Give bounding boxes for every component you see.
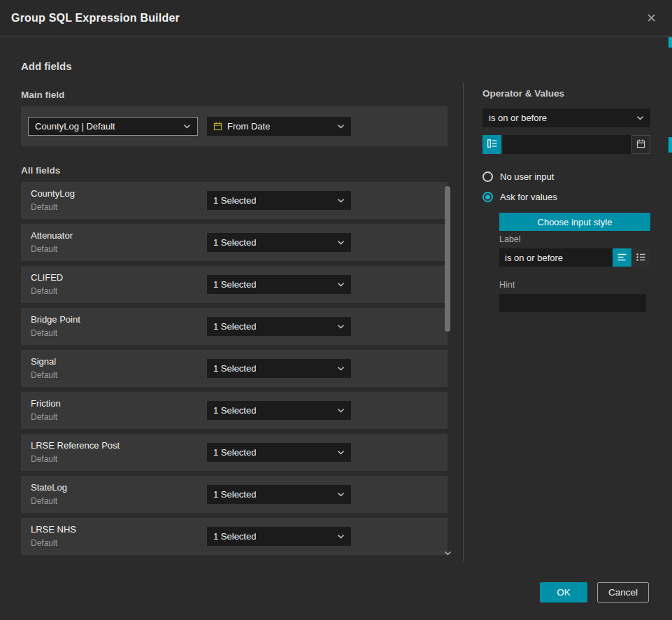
field-values-select[interactable]: 1 Selected (207, 359, 351, 378)
chevron-down-icon (337, 240, 345, 245)
field-name: Bridge Point (31, 314, 80, 325)
main-field-panel: CountyLog | Default From Date (21, 106, 448, 146)
list-input-style-button[interactable] (631, 248, 650, 267)
scrollbar-thumb[interactable] (445, 186, 450, 332)
field-values-select[interactable]: 1 Selected (207, 233, 351, 252)
field-source: Default (31, 244, 73, 254)
text-input-style-button[interactable] (613, 248, 631, 267)
label-input[interactable] (499, 248, 613, 267)
dialog-title: Group SQL Expression Builder (11, 12, 180, 24)
main-field-heading: Main field (21, 90, 64, 100)
field-values-select[interactable]: 1 Selected (207, 401, 351, 420)
field-values-select[interactable]: 1 Selected (207, 191, 351, 210)
field-row-attenuator: Attenuator Default 1 Selected (21, 224, 448, 261)
date-value-input[interactable] (503, 135, 631, 154)
chevron-down-icon (337, 324, 345, 329)
chevron-down-icon (337, 450, 345, 455)
choose-input-style-button[interactable]: Choose input style (499, 213, 650, 231)
field-row-friction: Friction Default 1 Selected (21, 392, 448, 429)
field-values-select-value: 1 Selected (213, 237, 256, 248)
date-field-calendar-icon (213, 122, 222, 131)
field-name: Signal (31, 356, 57, 367)
field-name: StateLog (31, 482, 67, 493)
operator-select[interactable]: is on or before (482, 108, 650, 127)
dialog-header: Group SQL Expression Builder ✕ (0, 0, 672, 36)
ask-for-values-option[interactable]: Ask for values (482, 192, 557, 202)
all-fields-heading: All fields (21, 165, 60, 176)
chevron-down-icon (636, 115, 644, 120)
field-row-lrse-reference-post: LRSE Reference Post Default 1 Selected (21, 434, 448, 471)
field-values-select-value: 1 Selected (213, 195, 256, 206)
chevron-down-icon (337, 366, 345, 371)
no-user-input-label: No user input (500, 171, 554, 182)
hint-input[interactable] (499, 294, 646, 312)
hint-caption: Hint (499, 280, 515, 290)
field-row-countylog: CountyLog Default 1 Selected (21, 182, 448, 219)
calendar-icon (636, 139, 645, 150)
field-name: CountyLog (31, 188, 75, 199)
field-source: Default (31, 286, 63, 296)
field-source: Default (31, 328, 80, 338)
field-values-select-value: 1 Selected (213, 405, 256, 416)
chevron-down-icon (337, 408, 345, 413)
field-values-select-value: 1 Selected (213, 489, 256, 500)
field-name: LRSE Reference Post (31, 440, 120, 451)
operator-values-heading: Operator & Values (482, 88, 564, 99)
field-values-select[interactable]: 1 Selected (207, 485, 351, 504)
field-source: Default (31, 412, 61, 422)
date-field-select[interactable]: From Date (207, 117, 351, 136)
field-values-select-value: 1 Selected (213, 363, 256, 374)
close-button[interactable]: ✕ (642, 9, 661, 27)
chevron-down-icon (337, 534, 345, 539)
edge-accent (669, 137, 672, 153)
field-source: Default (31, 496, 67, 506)
field-name: Friction (31, 398, 61, 409)
field-row-lrse-nhs: LRSE NHS Default 1 Selected (21, 518, 448, 555)
scroll-down-icon[interactable] (443, 549, 452, 557)
radio-on-icon (482, 192, 493, 202)
relative-date-button[interactable] (482, 135, 501, 154)
text-input-style-icon (617, 253, 627, 263)
chevron-down-icon (337, 124, 345, 129)
no-user-input-option[interactable]: No user input (482, 171, 554, 182)
operator-select-value: is on or before (489, 113, 547, 123)
chevron-down-icon (337, 198, 345, 203)
relative-date-icon (487, 139, 497, 150)
label-caption: Label (499, 234, 521, 244)
close-icon: ✕ (646, 11, 657, 25)
calendar-picker-button[interactable] (631, 135, 650, 154)
field-values-select[interactable]: 1 Selected (207, 317, 351, 336)
date-field-select-value: From Date (227, 121, 270, 132)
all-fields-list: CountyLog Default 1 Selected Attenuator … (21, 182, 448, 560)
field-row-clifed: CLIFED Default 1 Selected (21, 266, 448, 303)
edge-accent (669, 37, 672, 48)
field-name: Attenuator (31, 230, 73, 241)
field-source: Default (31, 538, 76, 548)
field-row-bridge-point: Bridge Point Default 1 Selected (21, 308, 448, 345)
list-input-style-icon (636, 253, 645, 263)
field-source: Default (31, 454, 120, 464)
field-row-signal: Signal Default 1 Selected (21, 350, 448, 387)
field-name: LRSE NHS (31, 524, 76, 535)
ok-button[interactable]: OK (540, 582, 587, 603)
field-values-select[interactable]: 1 Selected (207, 527, 351, 546)
field-values-select[interactable]: 1 Selected (207, 443, 351, 462)
field-values-select[interactable]: 1 Selected (207, 275, 351, 294)
layer-select-value: CountyLog | Default (35, 121, 115, 132)
chevron-down-icon (183, 124, 191, 129)
add-fields-heading: Add fields (21, 60, 72, 72)
field-source: Default (31, 370, 57, 380)
ask-for-values-label: Ask for values (500, 192, 557, 202)
cancel-button[interactable]: Cancel (597, 582, 649, 603)
chevron-down-icon (337, 282, 345, 287)
radio-off-icon (482, 171, 493, 182)
field-values-select-value: 1 Selected (213, 279, 256, 290)
field-row-statelog: StateLog Default 1 Selected (21, 476, 448, 513)
chevron-down-icon (337, 492, 345, 497)
field-values-select-value: 1 Selected (213, 447, 256, 458)
field-source: Default (31, 202, 75, 212)
group-sql-expression-builder-dialog: Group SQL Expression Builder ✕ Add field… (0, 0, 672, 620)
date-value-field (503, 135, 650, 154)
layer-select[interactable]: CountyLog | Default (28, 117, 198, 136)
field-name: CLIFED (31, 272, 63, 283)
